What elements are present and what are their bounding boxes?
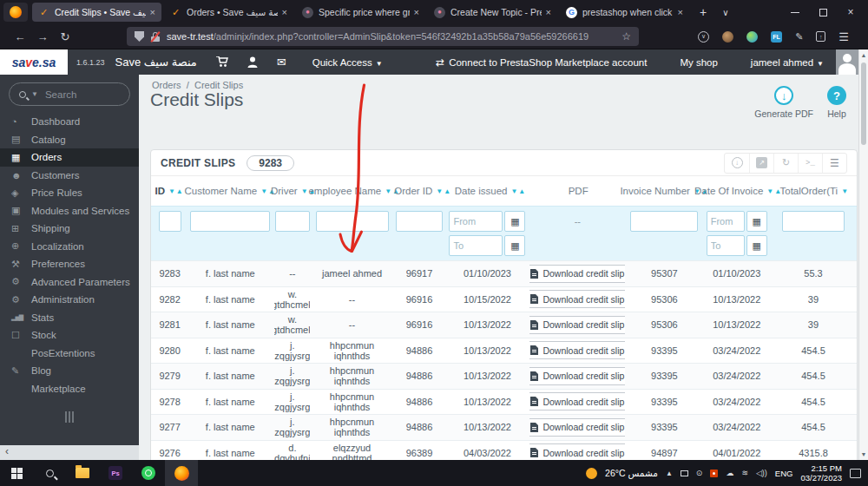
sidebar-item-blog[interactable]: ✎ Blog [0,362,139,380]
column-header-totalorder-ti[interactable]: TotalOrder(Ti▼ [774,186,855,196]
column-header-driver[interactable]: Driver▼▲ [275,186,312,196]
sidebar-item-catalog[interactable]: ▤ Catalog [0,131,139,149]
volume-icon[interactable]: ◁)) [756,469,767,477]
hamburger-menu-icon[interactable]: ☰ [838,30,849,43]
calendar-button[interactable]: ▦ [504,235,525,256]
address-bar[interactable]: save-tr.test /adminjx/index.php?controll… [127,27,639,46]
close-button[interactable]: × [837,1,865,23]
library-icon[interactable]: ↑ [816,31,825,42]
filter-driver-input[interactable] [275,211,310,232]
weather-label[interactable]: 26°C مشمس [605,468,658,478]
sidebar-item-advanced-parameters[interactable]: ⚙ Advanced Parameters [0,273,139,292]
cart-icon[interactable] [216,56,228,68]
edit-pen-icon[interactable]: ✎ [795,31,803,43]
reload-button[interactable]: ↻ [54,30,76,43]
filter-employee-input[interactable] [316,211,389,232]
new-tab-button[interactable]: + [692,5,714,19]
tab-close-icon[interactable]: × [546,7,551,17]
account-avatar-icon[interactable] [722,31,733,43]
table-row[interactable]: 9281 f. last name w. gtdhcmek -- 96916 1… [151,312,857,338]
filter-invoice-date-from-input[interactable] [707,211,745,232]
sort-carets-icon[interactable]: ▼▲ [168,187,184,195]
download-credit-slip-button[interactable]: Download credit slip [529,367,625,385]
minimize-button[interactable] [781,1,809,23]
column-header-employee-name[interactable]: employee Name▼▲ [313,186,395,196]
filter-customer-input[interactable] [190,211,270,232]
start-button[interactable] [0,460,33,486]
sidebar-item-preferences[interactable]: ⚒ Preferences [0,255,139,273]
table-row[interactable]: 9279 f. last name j. zqgjysrg hhpcnmun i… [151,363,857,389]
file-explorer-button[interactable] [66,460,99,486]
tab-close-icon[interactable]: × [414,7,419,17]
sql-query-button[interactable]: >_ [798,154,822,173]
download-credit-slip-button[interactable]: Download credit slip [529,341,625,359]
download-credit-slip-button[interactable]: Download credit slip [529,265,625,283]
table-row[interactable]: 9277 f. last name j. zqgjysrg hhpcnmun i… [151,414,857,440]
help-button[interactable]: ? Help [827,86,846,119]
generate-pdf-button[interactable]: ↓ Generate PDF [754,86,813,119]
table-row[interactable]: 9282 f. last name w. gtdhcmek -- 96916 1… [151,286,857,312]
filter-invoice-date-to-input[interactable] [707,235,745,256]
messages-envelope-icon[interactable]: ✉ [277,56,286,69]
table-row[interactable]: 9280 f. last name j. zqgjysrg hhpcnmun i… [151,338,857,364]
column-header-invoice-number[interactable]: Invoice Number▼▲ [627,186,703,196]
tab-close-icon[interactable]: × [150,7,155,17]
cloud-icon[interactable]: ☁ [726,469,733,477]
filter-date-issued-from-input[interactable] [449,211,503,232]
search-input[interactable] [45,89,115,100]
column-header-id[interactable]: ID▼▲ [154,186,185,196]
sidebar-item-modules-and-services[interactable]: ▣ Modules and Services [0,202,139,220]
pocket-icon[interactable]: ∨ [698,31,709,43]
table-row[interactable]: 9278 f. last name j. zqgjysrg hhpcnmun i… [151,389,857,415]
page-scrollbar[interactable]: ▲ ▼ [858,49,868,460]
extension-fl-icon[interactable]: FL [771,31,782,43]
table-row[interactable]: 9276 f. last name d. dqvbufni elqzzyud n… [151,440,857,461]
download-credit-slip-button[interactable]: Download credit slip [529,290,625,308]
language-indicator[interactable]: ENG [775,469,793,478]
weather-sun-icon[interactable] [586,468,597,479]
marketplace-connect-link[interactable]: ⇄Connect to PrestaShop Marketplace accou… [436,56,647,69]
shop-logo[interactable]: save.sa [0,49,68,75]
column-header-date-issued[interactable]: Date issued▼▲ [450,186,530,196]
notification-center-icon[interactable] [850,469,861,478]
insecure-lock-icon[interactable] [151,32,160,42]
sidebar-item-price-rules[interactable]: ◈ Price Rules [0,184,139,202]
sidebar-item-posextentions[interactable]: PosExtentions [0,345,139,363]
scrollbar-thumb[interactable] [861,62,866,145]
my-shop-link[interactable]: My shop [680,57,717,68]
filter-total-input[interactable] [782,211,845,232]
onedrive-status-icon[interactable] [710,470,718,477]
calendar-button[interactable]: ▦ [746,235,767,256]
table-row[interactable]: 9283 f. last name -- jameel ahmed 96917 … [151,260,857,286]
maximize-button[interactable] [809,1,837,23]
extension-globe-icon[interactable] [746,31,758,43]
shop-name[interactable]: Save منصة سيف [115,56,197,69]
forward-button[interactable]: → [31,30,54,43]
clock[interactable]: 2:15 PM 03/27/2023 [800,463,842,483]
sidebar-item-stock[interactable]: ☐ Stock [0,326,139,345]
sidebar-item-localization[interactable]: ⊕ Localization [0,238,139,256]
sidebar-collapse-strip[interactable]: ‹ [0,445,139,460]
person-icon[interactable] [247,56,258,68]
hidden-icons-chevron-icon[interactable]: ▲ [666,470,673,477]
back-button[interactable]: ← [9,30,31,43]
column-header-order-id[interactable]: Order ID▼▲ [397,186,449,196]
sidebar-item-customers[interactable]: ☻ Customers [0,167,139,185]
sidebar-item-administration[interactable]: ⚙ Administration [0,291,139,309]
browser-tab[interactable]: ● Create New Topic - PrestaSho × [428,3,557,22]
whatsapp-button[interactable] [132,460,165,486]
photoshop-button[interactable]: Ps [99,460,132,486]
export-pdf-button[interactable]: ↓ [725,154,749,173]
refresh-button[interactable]: ↻ [773,154,798,173]
sidebar-item-marketplace[interactable]: Marketplace [0,380,139,398]
filter-invoice-input[interactable] [630,211,698,232]
sidebar-grip-handle[interactable] [65,411,74,423]
user-avatar[interactable] [836,49,858,75]
tab-close-icon[interactable]: × [678,7,683,17]
browser-tab[interactable]: ✓ Orders • Save منصة سيف × [164,3,293,22]
tracking-shield-icon[interactable] [135,31,144,42]
tab-close-icon[interactable]: × [282,7,287,17]
sort-carets-icon[interactable]: ▼▲ [436,187,451,195]
filter-order-id-input[interactable] [396,211,443,232]
filter-date-issued-to-input[interactable] [449,235,503,256]
